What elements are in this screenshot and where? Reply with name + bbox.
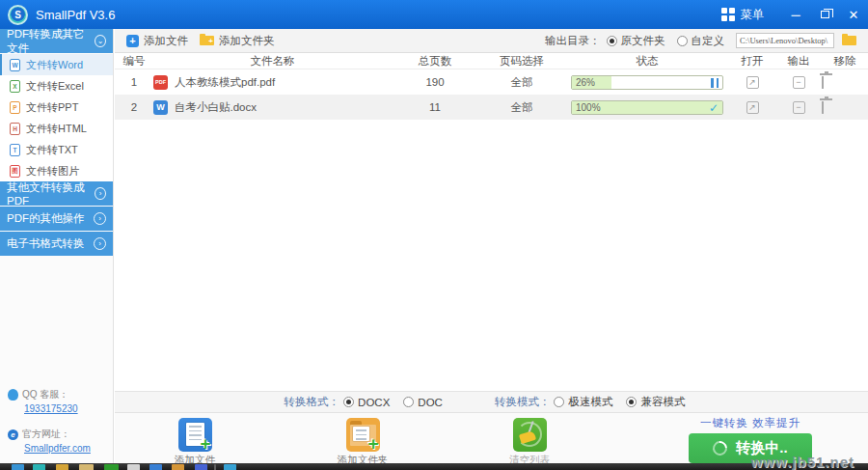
taskbar-strip	[0, 463, 868, 470]
add-folder-big-icon: +	[346, 418, 380, 452]
sidebar-group-ebook-convert[interactable]: 电子书格式转换 ›	[0, 232, 113, 256]
progress-label: 26%	[576, 77, 595, 88]
add-file-big-button[interactable]: + 添加文件	[161, 418, 229, 467]
pause-icon[interactable]	[711, 78, 719, 88]
page-count: 190	[392, 76, 478, 88]
radio-mode-fast[interactable]: 极速模式	[554, 395, 612, 409]
website-link[interactable]: Smallpdfer.com	[24, 443, 91, 454]
radio-original-folder[interactable]: 原文件夹	[607, 34, 665, 48]
radio-custom-folder[interactable]: 自定义	[677, 34, 725, 48]
menu-grid-icon[interactable]	[721, 8, 735, 21]
trash-icon[interactable]	[822, 101, 824, 114]
add-file-big-icon: +	[178, 418, 212, 452]
file-name: 人本教练模式pdf.pdf	[175, 75, 275, 90]
radio-dot-icon	[626, 397, 637, 407]
site-label: 官方网址：	[22, 428, 70, 441]
txt-doc-icon: T	[10, 144, 20, 156]
radio-dot-icon	[343, 397, 354, 407]
table-row: 1 PDF 人本教练模式pdf.pdf 190 全部 26% ↗ −	[115, 69, 868, 95]
qq-number-link[interactable]: 1933175230	[24, 403, 78, 414]
minimize-button[interactable]: ─	[781, 0, 810, 29]
col-pages: 总页数	[392, 54, 478, 69]
mode-label: 转换模式：	[495, 395, 551, 409]
add-file-plus-icon: +	[126, 35, 139, 47]
col-range: 页码选择	[478, 54, 565, 69]
sidebar-item-to-excel[interactable]: X 文件转Excel	[0, 75, 113, 97]
close-button[interactable]: ✕	[839, 0, 868, 29]
radio-dot-icon	[403, 397, 414, 407]
col-open: 打开	[729, 54, 775, 69]
open-output-icon[interactable]: −	[793, 76, 805, 89]
chevron-right-circle-icon: ›	[94, 212, 106, 225]
col-filename: 文件名称	[153, 54, 392, 69]
page-range[interactable]: 全部	[478, 75, 565, 90]
file-name: 自考小白贴.docx	[175, 100, 257, 115]
sidebar-group-other-to-pdf[interactable]: 其他文件转换成PDF ›	[0, 181, 113, 206]
open-output-icon[interactable]: −	[793, 101, 805, 114]
pdf-file-icon: PDF	[153, 75, 168, 90]
chevron-down-circle-icon: ⌄	[95, 35, 106, 47]
sidebar: PDF转换成其它文件 ⌄ W 文件转Word X 文件转Excel P 文件转P…	[0, 29, 114, 463]
progress-bar: 100% ✓	[571, 100, 723, 115]
chevron-right-circle-icon: ›	[94, 237, 106, 250]
add-folder-big-button[interactable]: + 添加文件夹	[329, 418, 396, 467]
sidebar-item-to-image[interactable]: 图 文件转图片	[0, 160, 113, 181]
spinner-icon	[710, 438, 730, 458]
check-icon: ✓	[709, 101, 719, 115]
add-folder-button[interactable]: + 添加文件夹	[200, 34, 275, 48]
options-bar: 转换格式： DOCX DOC 转换模式： 极速模式 兼容模式	[115, 391, 868, 413]
trash-icon[interactable]	[822, 76, 824, 89]
sidebar-item-to-word[interactable]: W 文件转Word	[0, 54, 113, 75]
website-icon: e	[8, 429, 18, 440]
open-file-icon[interactable]: ↗	[746, 101, 759, 114]
sidebar-item-to-ppt[interactable]: P 文件转PPT	[0, 97, 113, 118]
clear-list-icon	[513, 418, 547, 452]
app-logo-icon: S	[8, 5, 28, 25]
restore-button[interactable]	[810, 0, 839, 29]
sidebar-group-pdf-operations[interactable]: PDF的其他操作 ›	[0, 207, 113, 231]
table-header: 编号 文件名称 总页数 页码选择 状态 打开 输出 移除	[115, 53, 868, 69]
ppt-doc-icon: P	[10, 101, 20, 114]
open-file-icon[interactable]: ↗	[746, 76, 759, 89]
restore-icon	[821, 11, 829, 18]
row-number: 2	[115, 101, 153, 113]
sidebar-item-to-html[interactable]: H 文件转HTML	[0, 118, 113, 139]
add-folder-icon: +	[200, 36, 214, 45]
html-doc-icon: H	[10, 123, 20, 135]
page-range[interactable]: 全部	[478, 100, 565, 115]
image-doc-icon: 图	[10, 165, 20, 178]
word-doc-icon: W	[10, 59, 20, 71]
radio-format-doc[interactable]: DOC	[403, 397, 443, 408]
table-row: 2 W 自考小白贴.docx 11 全部 100% ✓ ↗ −	[115, 95, 868, 120]
output-dir-label: 输出目录：	[545, 34, 601, 48]
main-toolbar: + 添加文件 + 添加文件夹 输出目录： 原文件夹 自定义	[115, 29, 868, 53]
radio-format-docx[interactable]: DOCX	[343, 397, 390, 408]
format-label: 转换格式：	[285, 395, 340, 409]
qq-label: QQ 客服：	[22, 388, 68, 401]
col-no: 编号	[115, 54, 153, 69]
page-count: 11	[392, 101, 478, 113]
title-bar: S SmallPdf V3.6 菜单 ─ ✕	[0, 0, 868, 29]
radio-dot-icon	[607, 36, 617, 46]
progress-label: 100%	[576, 102, 601, 113]
radio-mode-compat[interactable]: 兼容模式	[626, 395, 685, 409]
browse-folder-icon[interactable]	[842, 36, 856, 45]
add-file-button[interactable]: + 添加文件	[126, 34, 188, 48]
smallpdf-window: S SmallPdf V3.6 菜单 ─ ✕ PDF转换成其它文件 ⌄ W 文件…	[0, 0, 868, 470]
sidebar-group-pdf-to-other[interactable]: PDF转换成其它文件 ⌄	[0, 29, 113, 53]
watermark: www.jb51.net	[751, 454, 854, 470]
progress-bar: 26%	[571, 75, 723, 90]
excel-doc-icon: X	[10, 80, 20, 93]
sidebar-item-to-txt[interactable]: T 文件转TXT	[0, 139, 113, 160]
qq-icon	[8, 389, 18, 401]
radio-dot-icon	[554, 397, 564, 407]
sidebar-footer: QQ 客服： 1933175230 e 官方网址： Smallpdfer.com	[0, 369, 113, 463]
row-number: 1	[115, 76, 153, 88]
clear-list-button[interactable]: 清空列表	[496, 418, 563, 467]
col-output: 输出	[775, 54, 822, 69]
col-remove: 移除	[822, 54, 868, 69]
radio-dot-icon	[677, 36, 688, 46]
output-path-input[interactable]	[736, 33, 834, 48]
menu-button[interactable]: 菜单	[741, 7, 764, 23]
chevron-right-circle-icon: ›	[95, 187, 106, 200]
